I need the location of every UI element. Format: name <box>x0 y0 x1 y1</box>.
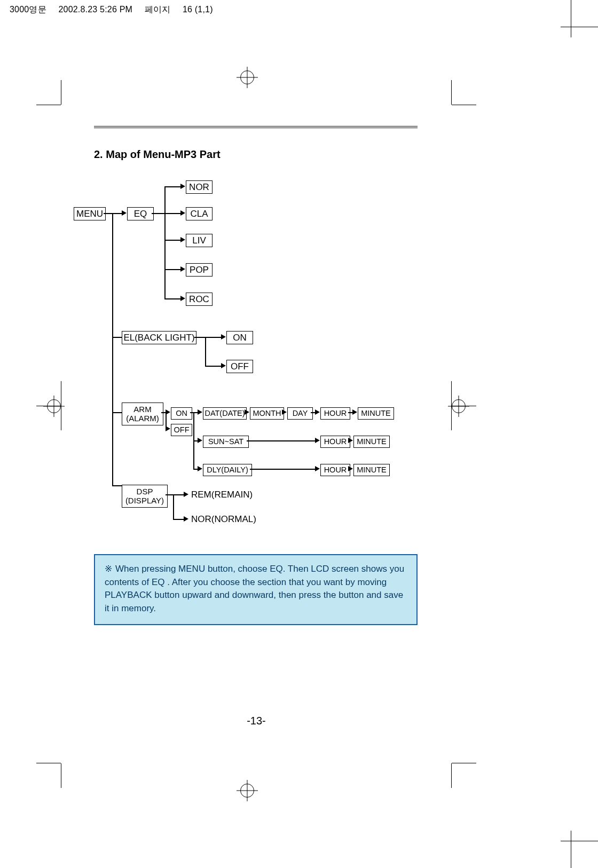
connector <box>164 186 166 299</box>
node-eq-option: CLA <box>186 207 213 220</box>
node-sunsat: SUN~SAT <box>203 436 249 448</box>
node-minute: MINUTE <box>353 464 390 476</box>
node-el-off: OFF <box>226 360 253 373</box>
connector <box>193 469 198 470</box>
arrow-icon <box>352 409 357 415</box>
arrow-icon <box>348 466 353 471</box>
arrow-icon <box>166 426 170 431</box>
crop-mark <box>452 763 476 763</box>
arrow-icon <box>184 516 188 522</box>
slug-date: 2002.8.23 5:26 PM <box>58 5 132 14</box>
connector <box>112 485 122 486</box>
arrow-icon <box>198 466 202 471</box>
crop-mark <box>36 763 61 763</box>
page-number: -13- <box>0 715 513 727</box>
node-eq-option: NOR <box>186 180 213 194</box>
crop-mark <box>61 763 61 788</box>
crop-outer-br <box>561 831 598 868</box>
node-hour: HOUR <box>320 464 350 476</box>
connector <box>166 494 173 495</box>
connector <box>173 519 184 520</box>
arrow-icon <box>122 210 127 216</box>
node-dat: DAT(DATE) <box>203 407 247 420</box>
arrow-icon <box>180 296 185 301</box>
connector <box>247 440 315 441</box>
node-el: EL(BACK LIGHT) <box>122 331 196 344</box>
connector <box>112 337 122 338</box>
node-dsp: DSP (DISPLAY) <box>122 485 168 508</box>
node-eq-option: LIV <box>186 234 213 247</box>
arrow-icon <box>198 438 202 443</box>
node-month: MONTH <box>250 407 284 420</box>
arrow-icon <box>282 409 287 415</box>
node-menu: MENU <box>74 207 106 220</box>
node-eq: EQ <box>127 207 154 220</box>
node-day: DAY <box>287 407 313 420</box>
crop-mark <box>451 763 452 788</box>
node-eq-option: POP <box>186 263 213 277</box>
crop-mark <box>451 80 452 105</box>
connector <box>173 494 184 495</box>
arrow-icon <box>315 466 320 471</box>
connector <box>205 366 221 367</box>
connector <box>193 412 198 413</box>
arrow-icon <box>221 334 226 340</box>
note-text: When pressing MENU button, choose EQ. Th… <box>105 564 404 613</box>
arrow-icon <box>198 409 202 415</box>
connector <box>164 240 180 241</box>
arrow-icon <box>184 492 188 497</box>
node-dsp-top: DSP <box>123 487 166 496</box>
node-hour: HOUR <box>320 436 350 448</box>
section-heading: 2. Map of Menu-MP3 Part <box>94 148 221 161</box>
node-arm-top: ARM <box>123 405 162 414</box>
connector <box>194 337 205 338</box>
arrow-icon <box>315 409 320 415</box>
connector <box>152 213 164 214</box>
connector <box>161 412 166 413</box>
node-dsp-rem: REM(REMAIN) <box>191 490 253 500</box>
connector <box>193 440 198 441</box>
node-el-on: ON <box>226 331 253 344</box>
connector <box>250 469 315 470</box>
arrow-icon <box>180 184 185 189</box>
connector <box>173 494 174 519</box>
arrow-icon <box>166 409 170 415</box>
crop-mark <box>452 105 476 105</box>
connector <box>311 412 315 413</box>
connector <box>164 186 180 187</box>
slug-page: 16 (1,1) <box>183 5 213 14</box>
slug-doc: 3000영문 <box>10 5 46 14</box>
connector <box>164 269 180 270</box>
section-rule <box>94 126 418 128</box>
connector <box>104 213 112 214</box>
connector <box>348 412 352 413</box>
connector <box>112 412 122 413</box>
connector <box>164 213 180 214</box>
arrow-icon <box>180 237 185 242</box>
node-hour: HOUR <box>320 407 350 420</box>
connector <box>112 213 113 485</box>
crop-outer-tr <box>561 0 598 37</box>
node-minute: MINUTE <box>358 407 394 420</box>
node-eq-option: ROC <box>186 293 213 306</box>
connector <box>205 337 206 366</box>
arrow-icon <box>315 438 320 443</box>
node-minute: MINUTE <box>353 436 390 448</box>
connector <box>164 298 180 299</box>
arrow-icon <box>180 210 185 216</box>
node-arm-off: OFF <box>171 424 192 436</box>
node-dsp-nor: NOR(NORMAL) <box>191 514 256 525</box>
node-arm-on: ON <box>171 407 192 420</box>
registration-icon <box>240 70 254 84</box>
arrow-icon <box>245 409 249 415</box>
connector <box>205 337 221 338</box>
node-arm-bot: (ALARM) <box>123 414 162 423</box>
arrow-icon <box>221 363 226 368</box>
node-dly: DLY(DAILY) <box>203 464 252 476</box>
registration-icon <box>47 399 61 413</box>
registration-icon <box>452 399 466 413</box>
crop-mark <box>61 80 61 105</box>
page-root: 3000영문 2002.8.23 5:26 PM 페이지 16 (1,1) 2.… <box>0 0 598 868</box>
crop-mark <box>36 105 61 105</box>
slug-line: 3000영문 2002.8.23 5:26 PM 페이지 16 (1,1) <box>10 4 223 15</box>
